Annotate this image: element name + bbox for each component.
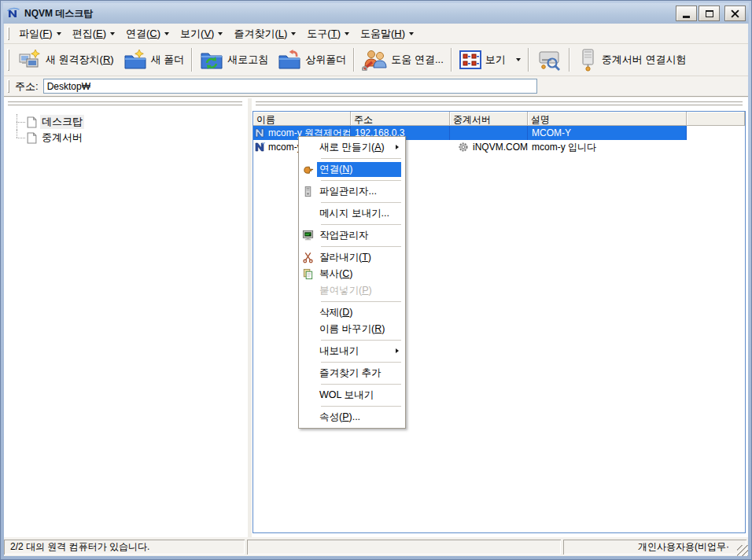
submenu-arrow-icon — [396, 348, 399, 353]
toolbar-button-device-search[interactable] — [532, 46, 566, 73]
menu-item-label: 내보내기 — [319, 344, 359, 358]
menu-bar: 파일(F) 편집(E) 연결(C) 보기(V) 즐겨찾기(L) 도구(T) 도움… — [4, 24, 748, 44]
chevron-down-icon — [164, 32, 169, 35]
tree-item-relay-server[interactable]: 중계서버 — [4, 130, 248, 146]
relay-server-name: iNQVM.COM... — [473, 142, 528, 153]
folder-tree-panel: 데스크탑 중계서버 — [4, 98, 248, 537]
toolbar-button-label: 도움 연결... — [391, 53, 443, 67]
column-header-description[interactable]: 설명 — [528, 112, 687, 126]
menu-item-label: 즐겨찾기 추가 — [319, 367, 381, 380]
toolbar-button-parent-folder[interactable]: 상위폴더 — [273, 46, 351, 73]
menu-separator — [321, 202, 401, 203]
chevron-down-icon — [218, 32, 223, 35]
address-input[interactable] — [43, 79, 537, 94]
context-menu-item-task-manager[interactable]: 작업관리자 — [299, 227, 405, 244]
maximize-button[interactable] — [699, 6, 720, 21]
menu-item-label: 붙여넣기(P) — [319, 284, 372, 297]
context-menu-item-properties[interactable]: 속성(P)... — [299, 409, 405, 426]
menubar-grip[interactable] — [7, 27, 9, 40]
tree-item-label: 중계서버 — [40, 131, 84, 145]
context-menu-item-send-wol[interactable]: WOL 보내기 — [299, 387, 405, 403]
toolbar-button-new-folder[interactable]: 새 폴더 — [119, 46, 190, 73]
context-menu-item-add-favorite[interactable]: 즐겨찾기 추가 — [299, 365, 405, 381]
cut-icon — [299, 252, 317, 263]
context-menu-item-file-manager[interactable]: 파일관리자... — [299, 183, 405, 200]
toolbar-separator — [353, 48, 355, 72]
chevron-down-icon — [110, 32, 115, 35]
connect-icon — [299, 164, 317, 175]
toolbar: 새 원격장치(R) 새 폴더 새로고침 — [4, 44, 748, 76]
relay-cell: iNQVM.COM... — [450, 140, 528, 154]
context-menu-item-connect[interactable]: 연결(N) — [299, 161, 405, 178]
app-logo-icon[interactable] — [6, 7, 20, 20]
context-menu-item-copy[interactable]: 복사(C) — [299, 266, 405, 282]
help-connection-icon — [362, 49, 387, 71]
toolbar-button-refresh[interactable]: 새로고침 — [195, 46, 273, 73]
toolbar-button-label: 보기 — [485, 53, 506, 67]
menu-separator — [321, 246, 401, 247]
context-menu-item-delete[interactable]: 삭제(D) — [299, 304, 405, 321]
status-license: 개인사용자용(비업무· — [563, 540, 746, 554]
titlebar[interactable]: NQVM 데스크탑 — [3, 3, 749, 24]
column-header-name[interactable]: 이름 — [253, 112, 351, 126]
menu-separator — [321, 224, 401, 225]
status-panel-middle — [247, 540, 561, 554]
menu-edit[interactable]: 편집(E) — [67, 24, 120, 44]
menu-view[interactable]: 보기(V) — [175, 24, 228, 44]
menu-file-label: 파일(F) — [19, 27, 53, 41]
parent-folder-icon — [278, 49, 301, 71]
task-manager-icon — [299, 230, 317, 241]
menu-item-label: 메시지 보내기... — [319, 207, 389, 220]
chevron-down-icon — [409, 32, 414, 35]
chevron-down-icon — [291, 32, 296, 35]
resize-grip-icon[interactable] — [737, 545, 748, 556]
context-menu-item-new[interactable]: 새로 만들기(A) — [299, 139, 405, 156]
toolbar-button-label: 새 원격장치(R) — [46, 53, 114, 67]
context-menu-item-rename[interactable]: 이름 바꾸기(R) — [299, 321, 405, 337]
menu-item-label: 파일관리자... — [319, 185, 377, 198]
chevron-down-icon — [345, 32, 349, 35]
tree-panel-grip[interactable] — [8, 101, 242, 107]
menu-tools[interactable]: 도구(T) — [301, 24, 355, 44]
column-header-blank[interactable] — [687, 112, 745, 126]
tree-item-label: 데스크탑 — [40, 115, 84, 129]
page-icon — [27, 132, 37, 144]
context-menu-item-cut[interactable]: 잘라내기(T) — [299, 249, 405, 266]
address-bar: 주소: — [4, 76, 748, 96]
menu-separator — [321, 158, 401, 159]
relay-server-test-icon — [577, 48, 598, 72]
toolbar-grip[interactable] — [7, 49, 9, 71]
menu-help[interactable]: 도움말(H) — [355, 24, 419, 44]
menu-connect-label: 연결(C) — [126, 27, 160, 41]
menu-item-label: 속성(P)... — [319, 411, 360, 424]
menu-connect[interactable]: 연결(C) — [120, 24, 175, 44]
menu-separator — [321, 301, 401, 302]
view-icon — [459, 50, 481, 69]
menu-favorites[interactable]: 즐겨찾기(L) — [228, 24, 301, 44]
refresh-folder-icon — [200, 49, 223, 71]
tree-item-desktop[interactable]: 데스크탑 — [4, 114, 248, 130]
toolbar-button-view[interactable]: 보기 — [455, 48, 525, 72]
remote-computer-icon — [255, 142, 266, 152]
minimize-button[interactable] — [676, 6, 697, 21]
toolbar-button-label: 새 폴더 — [151, 53, 185, 67]
context-menu-item-export[interactable]: 내보내기 — [299, 343, 405, 359]
status-message: 2/2 대의 원격 컴퓨터가 있습니다. — [4, 540, 245, 554]
menu-separator — [321, 362, 401, 363]
menu-file[interactable]: 파일(F) — [13, 24, 67, 44]
menu-help-label: 도움말(H) — [360, 27, 405, 41]
blank-cell — [687, 126, 745, 140]
toolbar-button-help-connection[interactable]: 도움 연결... — [357, 46, 448, 73]
toolbar-button-new-remote-device[interactable]: 새 원격장치(R) — [13, 46, 119, 73]
list-panel-grip[interactable] — [256, 101, 743, 107]
addressbar-grip[interactable] — [7, 79, 9, 93]
menu-item-label: 작업관리자 — [319, 229, 369, 242]
file-manager-icon — [299, 186, 317, 197]
column-header-address[interactable]: 주소 — [351, 112, 450, 126]
toolbar-button-relay-server-test[interactable]: 중계서버 연결시험 — [573, 46, 691, 74]
column-header-relay[interactable]: 중계서버 — [450, 112, 528, 126]
remote-computer-icon — [255, 128, 266, 138]
close-button[interactable] — [724, 6, 746, 21]
context-menu-item-send-message[interactable]: 메시지 보내기... — [299, 205, 405, 222]
menu-item-label: 이름 바꾸기(R) — [319, 322, 385, 336]
